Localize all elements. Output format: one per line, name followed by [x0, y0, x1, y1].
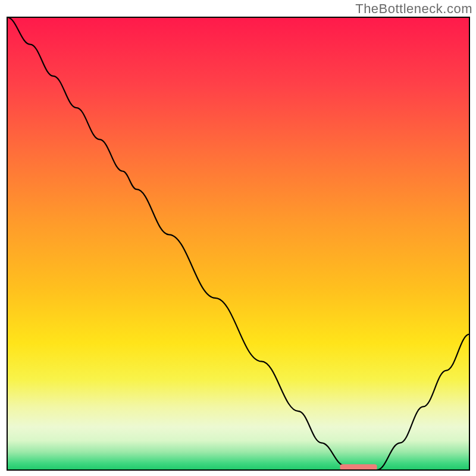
watermark-label: TheBottleneck.com — [355, 1, 472, 17]
plot-background — [7, 17, 469, 470]
optimal-range-marker — [340, 464, 377, 470]
chart-svg — [7, 17, 470, 471]
bottleneck-chart — [7, 17, 470, 471]
chart-container: TheBottleneck.com — [0, 0, 476, 476]
